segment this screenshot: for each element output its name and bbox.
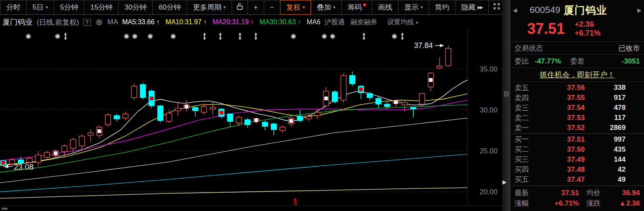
ask-row-1[interactable]: 卖一37.522869 [515,123,640,133]
event-star-icon[interactable] [331,34,335,38]
drawline-button[interactable]: 画线 [372,0,399,15]
red-note-marker[interactable] [150,97,154,100]
zoom-out-button[interactable]: − [264,0,280,15]
last-price: 37.51 [527,20,565,38]
bid-row-3[interactable]: 买三37.49144 [515,155,640,165]
event-updown-icon[interactable] [363,33,366,40]
trade-status-row: 交易状态 已收市 [510,42,644,55]
fuquan-button[interactable]: 复权▾ [280,0,311,15]
stock-code: 600549 [530,5,560,15]
gear-icon[interactable] [95,18,103,26]
open-account-link[interactable]: 抓住机会，即刻开户！ [540,70,615,80]
ma-line-MA10 [0,94,467,165]
event-updown-icon[interactable] [219,33,222,40]
avg-value: 36.94 [609,189,640,197]
ma-indicator-label[interactable]: MA [107,18,118,26]
hide-button[interactable]: 隐藏▶▶ [455,0,488,15]
horizontal-scrollbar-thumb[interactable] [2,208,8,210]
ma-settings-button[interactable]: 设置均线 ▾ [387,18,418,27]
latest-label: 最新 [515,188,539,198]
candle-body [105,115,111,125]
period-tab-5[interactable]: 30分钟 [119,0,153,15]
ma-value-5: MA6 [307,18,321,26]
event-updown-icon[interactable] [64,33,67,40]
event-star-icon[interactable] [124,34,129,38]
candle-body [437,66,442,68]
overlay-button[interactable]: 叠加▾ [311,0,342,15]
event-star-icon[interactable] [322,34,326,38]
display-button[interactable]: 显示▾ [398,0,429,15]
white-note-marker[interactable] [429,78,433,82]
bid-row-4[interactable]: 买四37.4842 [515,165,640,175]
event-star-icon[interactable] [291,34,295,38]
candlestick-chart[interactable]: 35.0030.0025.0020.0037.8423.08S [0,29,502,206]
event-star-icon[interactable] [56,34,60,38]
red-note-marker[interactable] [359,88,363,92]
white-note-marker[interactable] [184,105,188,109]
period-tab-2[interactable]: 5日▾ [27,0,54,15]
event-star-icon[interactable] [133,34,137,38]
next-stock-icon[interactable]: ▶ [637,7,641,13]
y-axis-label: 25.00 [480,147,498,155]
period-tab-6[interactable]: 60分钟 [153,0,187,15]
market-link-2[interactable]: 融资融券 [351,18,377,25]
panel-collapse-arrow-icon[interactable]: ▶ [503,179,507,185]
panel-divider[interactable]: ▶ [502,0,510,211]
market-link-1[interactable]: 沪股通 [325,18,345,25]
candle-body [315,112,320,116]
candle-body [79,136,85,146]
candle-body [280,127,285,130]
event-star-icon[interactable] [26,34,30,38]
event-updown-icon[interactable] [401,33,404,40]
help-button[interactable]: ? [83,19,91,26]
white-note-marker[interactable] [54,151,58,155]
period-tab-7[interactable]: 更多周期▾ [187,0,232,15]
event-updown-icon[interactable] [255,33,258,40]
period-tab-3[interactable]: 5分钟 [54,0,84,15]
white-note-marker[interactable] [97,129,101,133]
weicha-value: -3051 [622,57,640,66]
red-note-marker[interactable] [2,161,5,165]
candle-body [210,107,215,109]
status-value: 已收市 [619,43,640,53]
ask-row-2[interactable]: 卖二37.53117 [515,113,640,123]
y-axis-label: 35.00 [480,65,498,73]
white-note-marker[interactable] [324,97,328,100]
bid-row-2[interactable]: 买二37.50435 [515,145,640,155]
candle-body [306,117,311,119]
weibi-value: -47.77% [535,57,561,66]
latest-value: 37.51 [539,189,579,197]
red-note-marker[interactable] [220,111,223,114]
white-note-marker[interactable] [255,118,258,122]
white-note-marker[interactable] [394,100,398,104]
chips-button[interactable]: 筹码 [341,0,372,15]
event-star-icon[interactable] [392,34,397,38]
white-note-marker[interactable] [289,119,293,123]
candle-body [114,116,119,119]
candle-body [167,113,172,122]
sell-signal-marker[interactable]: S [293,199,297,206]
zoom-in-button[interactable]: + [247,0,264,15]
ask-row-3[interactable]: 卖三37.54478 [515,103,640,113]
market-links: 沪股通融资融券 [325,18,383,27]
ma-line-MA5 [0,80,467,165]
event-star-icon[interactable] [171,34,175,38]
ma-line-MA250 [0,188,467,198]
bid-row-5[interactable]: 买五37.4749 [515,175,640,185]
prev-stock-icon[interactable]: ◀ [513,7,517,13]
chart-mode-label: (日线,前复权) [37,18,79,27]
candle-body [402,102,407,105]
bid-row-1[interactable]: 买一37.51997 [515,134,640,144]
event-updown-icon[interactable] [203,33,206,40]
event-updown-icon[interactable] [239,33,242,40]
candle-body [245,120,250,125]
divider-grip-icon[interactable] [504,91,508,97]
period-tab-1[interactable]: 分时 [0,0,27,15]
stock-name: 厦门钨业 [563,3,607,17]
simple-button[interactable]: 简约 [429,0,455,15]
event-star-icon[interactable] [148,34,152,38]
ask-row-5[interactable]: 卖五37.56338 [515,83,640,93]
period-tab-4[interactable]: 15分钟 [84,0,119,15]
lock-button[interactable] [232,0,248,15]
ask-row-4[interactable]: 卖四37.55917 [515,93,640,103]
